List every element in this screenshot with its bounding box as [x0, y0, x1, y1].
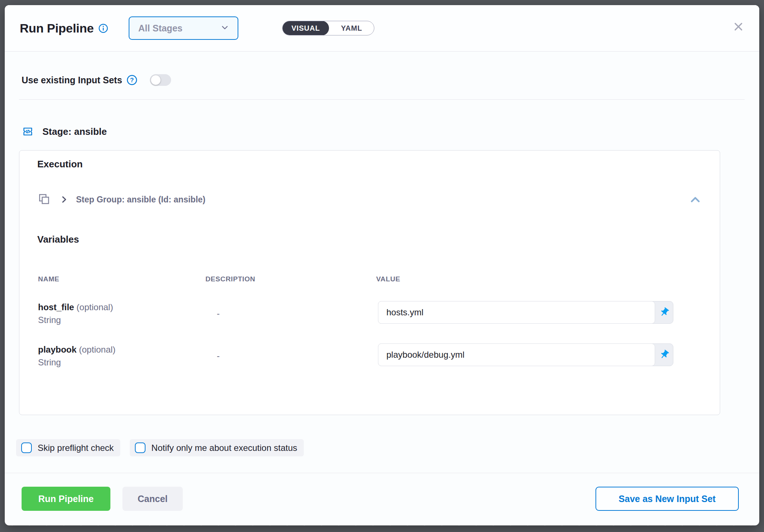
notify-me-option[interactable]: Notify only me about execution status	[130, 439, 304, 456]
info-icon[interactable]	[98, 23, 108, 33]
toggle-knob	[151, 75, 161, 85]
chevron-down-icon	[220, 23, 230, 34]
footer-divider	[5, 473, 759, 473]
stage-title: Stage: ansible	[42, 126, 107, 137]
variable-type: String	[38, 315, 61, 325]
notify-me-label: Notify only me about execution status	[151, 443, 297, 453]
skip-preflight-label: Skip preflight check	[38, 443, 114, 453]
variable-description: -	[217, 351, 220, 361]
stage-selector-value: All Stages	[138, 23, 220, 34]
host-file-input[interactable]	[378, 301, 655, 324]
cancel-button[interactable]: Cancel	[122, 487, 183, 511]
column-header-name: NAME	[38, 275, 59, 283]
variable-optional-text: (optional)	[76, 345, 116, 354]
variable-optional-text: (optional)	[74, 302, 113, 312]
visual-yaml-toggle: VISUAL YAML	[282, 21, 374, 35]
column-header-value: VALUE	[376, 275, 400, 283]
run-pipeline-button[interactable]: Run Pipeline	[22, 487, 110, 511]
step-group-label: Step Group: ansible (Id: ansible)	[76, 195, 205, 205]
save-as-new-input-set-button[interactable]: Save as New Input Set	[595, 487, 739, 511]
execution-title: Execution	[37, 159, 83, 170]
step-group-icon	[37, 192, 51, 207]
variable-value-field	[378, 301, 673, 324]
input-sets-toggle[interactable]	[150, 74, 171, 86]
stage-selector-dropdown[interactable]: All Stages	[129, 16, 238, 40]
notify-me-checkbox[interactable]	[135, 442, 145, 453]
variable-name: playbook (optional)	[38, 345, 116, 355]
variable-name-text: host_file	[38, 302, 74, 312]
skip-preflight-option[interactable]: Skip preflight check	[16, 439, 120, 456]
page-title: Run Pipeline	[20, 21, 94, 35]
column-header-description: DESCRIPTION	[205, 275, 255, 283]
variable-description: -	[217, 308, 220, 319]
execution-card: Execution Step Group: ansible (Id: ansib…	[19, 150, 720, 415]
run-pipeline-dialog: Run Pipeline All Stages VISUAL YAML	[5, 5, 759, 525]
variable-value-field	[378, 343, 673, 366]
step-group-row[interactable]: Step Group: ansible (Id: ansible)	[37, 191, 205, 208]
chevron-right-icon[interactable]	[59, 195, 69, 204]
execution-options: Skip preflight check Notify only me abou…	[16, 439, 304, 456]
use-existing-input-sets-row: Use existing Input Sets ?	[22, 72, 171, 88]
help-icon[interactable]: ?	[126, 75, 137, 86]
stage-heading-row: Stage: ansible	[22, 124, 107, 139]
use-existing-input-sets-label: Use existing Input Sets	[22, 75, 122, 86]
close-icon[interactable]	[733, 21, 744, 32]
dialog-footer: Run Pipeline Cancel Save as New Input Se…	[22, 487, 739, 511]
variable-type: String	[38, 357, 61, 368]
tab-visual[interactable]: VISUAL	[282, 21, 329, 35]
variable-name-text: playbook	[38, 345, 76, 354]
skip-preflight-checkbox[interactable]	[21, 442, 32, 453]
svg-text:?: ?	[130, 77, 134, 84]
dialog-header: Run Pipeline All Stages VISUAL YAML	[5, 5, 759, 52]
pin-icon[interactable]	[655, 344, 673, 366]
playbook-input[interactable]	[378, 343, 655, 366]
section-divider	[19, 99, 745, 100]
pin-icon[interactable]	[655, 301, 673, 323]
variables-title: Variables	[37, 234, 79, 245]
variable-name: host_file (optional)	[38, 302, 113, 312]
stage-icon	[22, 126, 34, 137]
tab-yaml[interactable]: YAML	[329, 21, 374, 35]
collapse-chevron-up-icon[interactable]	[688, 193, 702, 206]
